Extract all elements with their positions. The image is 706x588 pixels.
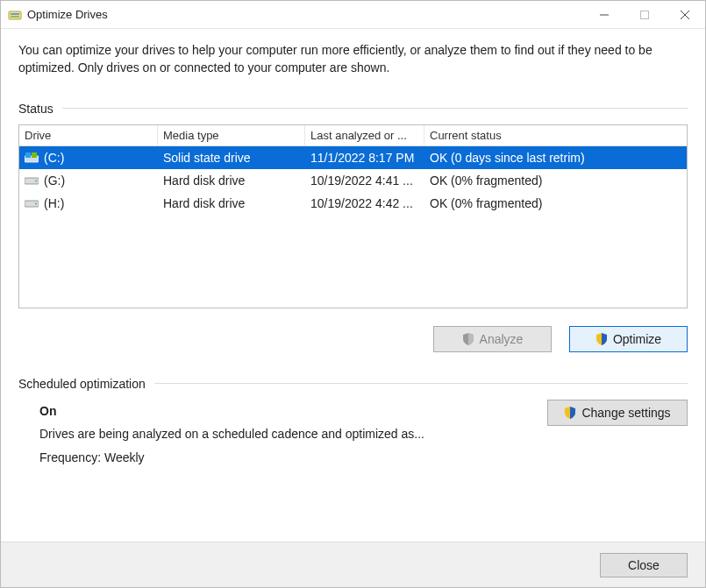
- minimize-button[interactable]: [584, 1, 624, 29]
- svg-point-13: [35, 202, 37, 204]
- sched-desc: Drives are being analyzed on a scheduled…: [39, 422, 530, 446]
- analyze-label: Analyze: [480, 332, 524, 346]
- drive-media: Hard disk drive: [158, 169, 305, 192]
- close-window-button[interactable]: [665, 1, 705, 29]
- window-title: Optimize Drives: [27, 8, 108, 21]
- divider: [62, 108, 688, 109]
- titlebar: Optimize Drives: [1, 1, 705, 29]
- intro-text: You can optimize your drives to help you…: [18, 41, 688, 77]
- svg-point-11: [35, 180, 37, 181]
- drive-last: 11/1/2022 8:17 PM: [305, 146, 424, 169]
- change-settings-label: Change settings: [581, 406, 670, 420]
- col-header-media[interactable]: Media type: [158, 125, 305, 145]
- drive-icon: [25, 198, 39, 209]
- app-icon: [8, 8, 22, 22]
- drive-status: OK (0 days since last retrim): [424, 146, 687, 169]
- drive-name: (H:): [44, 196, 64, 210]
- drive-name: (C:): [44, 151, 64, 165]
- drive-icon: [25, 175, 39, 186]
- sched-section-label: Scheduled optimization: [18, 377, 688, 391]
- optimize-button[interactable]: Optimize: [569, 326, 688, 352]
- drive-icon: [25, 152, 39, 163]
- close-button[interactable]: Close: [600, 553, 688, 577]
- svg-rect-8: [25, 152, 31, 158]
- status-section-text: Status: [18, 102, 53, 116]
- sched-freq: Frequency: Weekly: [39, 446, 530, 470]
- svg-rect-9: [32, 152, 37, 158]
- sched-section-text: Scheduled optimization: [18, 377, 146, 391]
- optimize-drives-window: Optimize Drives You can optimize your dr…: [0, 0, 706, 588]
- shield-icon: [564, 407, 576, 419]
- shield-icon: [462, 333, 474, 345]
- col-header-drive[interactable]: Drive: [19, 125, 158, 145]
- shield-icon: [595, 333, 608, 345]
- status-section-label: Status: [18, 102, 688, 116]
- col-header-last[interactable]: Last analyzed or ...: [305, 125, 424, 145]
- drive-last: 10/19/2022 4:41 ...: [305, 169, 424, 192]
- svg-rect-0: [9, 11, 21, 19]
- drive-last: 10/19/2022 4:42 ...: [305, 192, 424, 215]
- change-settings-button[interactable]: Change settings: [547, 400, 688, 426]
- svg-rect-1: [11, 13, 19, 15]
- close-label: Close: [628, 558, 660, 572]
- optimize-label: Optimize: [613, 332, 661, 346]
- analyze-button: Analyze: [433, 326, 552, 352]
- table-row[interactable]: (G:)Hard disk drive10/19/2022 4:41 ...OK…: [19, 169, 687, 192]
- sched-state: On: [39, 400, 530, 423]
- drive-status: OK (0% fragmented): [424, 192, 687, 215]
- sched-info: On Drives are being analyzed on a schedu…: [39, 400, 530, 470]
- table-header: Drive Media type Last analyzed or ... Cu…: [19, 125, 687, 146]
- table-row[interactable]: (H:)Hard disk drive10/19/2022 4:42 ...OK…: [19, 192, 687, 215]
- drive-name: (G:): [44, 174, 65, 188]
- drive-status: OK (0% fragmented): [424, 169, 687, 192]
- drive-media: Solid state drive: [158, 146, 305, 169]
- divider: [154, 383, 688, 384]
- svg-rect-2: [11, 16, 19, 18]
- drive-media: Hard disk drive: [158, 192, 305, 215]
- drive-table[interactable]: Drive Media type Last analyzed or ... Cu…: [18, 124, 688, 308]
- table-row[interactable]: (C:)Solid state drive11/1/2022 8:17 PMOK…: [19, 146, 687, 169]
- svg-rect-4: [641, 11, 649, 18]
- maximize-button: [624, 1, 665, 29]
- col-header-status[interactable]: Current status: [424, 125, 687, 145]
- footer: Close: [1, 542, 705, 587]
